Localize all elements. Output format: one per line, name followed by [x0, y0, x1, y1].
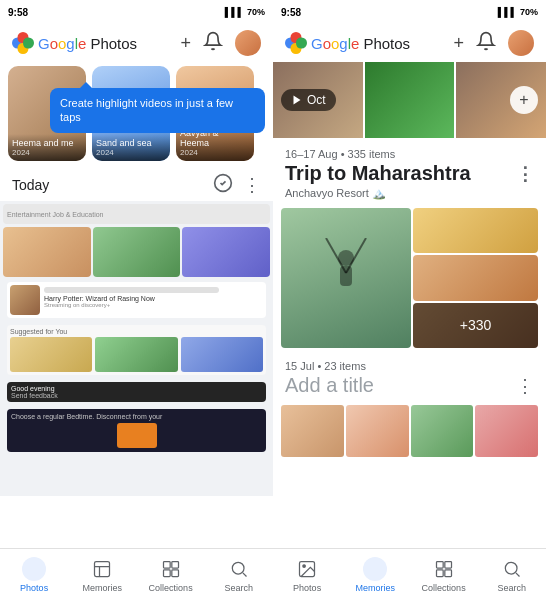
avatar-right[interactable]	[508, 30, 534, 56]
signal-icon-right: ▌▌▌	[498, 7, 517, 17]
collections-nav-icon-right	[432, 557, 456, 581]
collage-main-photo[interactable]	[281, 208, 411, 348]
time-right: 9:58	[281, 7, 301, 18]
bell-icon-left[interactable]	[203, 31, 223, 55]
more-count: +330	[460, 317, 492, 333]
status-time-right: 9:58	[281, 7, 301, 18]
album2-photo-2[interactable]	[346, 405, 409, 457]
nav-label-photos-left: Photos	[20, 583, 48, 593]
add-to-oct-button[interactable]: +	[510, 86, 538, 114]
memories-nav-icon-right	[363, 557, 387, 581]
add-icon-right[interactable]: +	[453, 33, 464, 54]
battery-right: 70%	[520, 7, 538, 17]
check-icon[interactable]	[213, 173, 233, 197]
fake-row-1: Entertainment Job & Education	[3, 204, 270, 224]
nav-label-search-left: Search	[225, 583, 254, 593]
album2-date: 15 Jul • 23 items	[285, 360, 534, 372]
status-icons-left: ▌▌▌ 70%	[225, 7, 265, 17]
svg-rect-19	[436, 569, 443, 576]
nav-label-memories-right: Memories	[356, 583, 396, 593]
album2-title-row: Add a title ⋮	[285, 374, 534, 397]
nav-search-right[interactable]: Search	[478, 553, 546, 597]
fake-thumb	[10, 285, 40, 315]
status-bar-right: 9:58 ▌▌▌ 70%	[273, 0, 546, 24]
album2-title: Add a title	[285, 374, 374, 397]
collections-nav-icon-left	[159, 557, 183, 581]
nav-label-collections-left: Collections	[149, 583, 193, 593]
search-nav-icon-right	[500, 557, 524, 581]
photos-nav-icon	[22, 557, 46, 581]
bottom-nav-right: Photos Memories Collections Search	[273, 548, 546, 600]
album1-more-button[interactable]: ⋮	[516, 163, 534, 185]
svg-rect-11	[340, 266, 352, 286]
fake-block-2: Suggested for You	[7, 325, 266, 375]
top-icons-left: +	[180, 30, 261, 56]
google-photos-icon	[12, 32, 34, 54]
nav-search-left[interactable]: Search	[205, 553, 273, 597]
svg-point-8	[232, 562, 244, 574]
album1-title-row: Trip to Maharashtra ⋮	[285, 162, 534, 185]
today-section-header: Today ⋮	[0, 165, 273, 201]
photos-nav-icon-right	[295, 557, 319, 581]
add-icon-left[interactable]: +	[180, 33, 191, 54]
fake-content-1: Harry Potter: Wizard of Rasing Now Strea…	[7, 282, 266, 318]
collage-side-3-more[interactable]: +330	[413, 303, 538, 348]
tooltip-text: Create highlight videos in just a few ta…	[60, 97, 233, 123]
orange-box	[117, 423, 157, 448]
svg-rect-18	[444, 561, 451, 568]
app-logo-left: Google Photos	[12, 32, 137, 54]
logo-text-left: Google	[38, 35, 86, 52]
bottom-nav-left: Photos Memories Collections Search	[0, 548, 273, 600]
nav-label-photos-right: Photos	[293, 583, 321, 593]
album1-subtitle: Anchavyo Resort 🏔️	[285, 187, 534, 200]
fake-photo-2	[93, 227, 181, 277]
right-phone-screen: 9:58 ▌▌▌ 70% Google Photos +	[273, 0, 546, 600]
battery-left: 70%	[247, 7, 265, 17]
search-nav-icon-left	[227, 557, 251, 581]
app-logo-right: Google Photos	[285, 32, 410, 54]
oct-label: Oct	[307, 93, 326, 107]
album2-photo-1[interactable]	[281, 405, 344, 457]
section-header-icons: ⋮	[213, 173, 261, 197]
dark-content-block: Good evening Send feedback	[7, 382, 266, 402]
logo-text-right: Google	[311, 35, 359, 52]
nav-memories-right[interactable]: Memories	[341, 553, 409, 597]
top-icons-right: +	[453, 30, 534, 56]
photo-feed-area: Entertainment Job & Education Harry Pott…	[0, 201, 273, 496]
album2-photo-3[interactable]	[411, 405, 474, 457]
nav-photos-right[interactable]: Photos	[273, 553, 341, 597]
svg-rect-20	[444, 569, 451, 576]
status-icons-right: ▌▌▌ 70%	[498, 7, 538, 17]
avatar-left[interactable]	[235, 30, 261, 56]
collage-side-photos: +330	[413, 208, 538, 348]
nav-photos-left[interactable]: Photos	[0, 553, 68, 597]
album2-photo-strip	[273, 401, 546, 461]
more-icon-left[interactable]: ⋮	[243, 174, 261, 196]
oct-row: Oct +	[273, 62, 546, 138]
signal-icon: ▌▌▌	[225, 7, 244, 17]
svg-point-21	[505, 562, 517, 574]
album2-photo-4[interactable]	[475, 405, 538, 457]
album2-more-button[interactable]: ⋮	[516, 375, 534, 397]
more-count-overlay: +330	[413, 303, 538, 348]
nav-collections-right[interactable]: Collections	[410, 553, 478, 597]
top-bar-right: Google Photos +	[273, 24, 546, 62]
svg-point-15	[303, 564, 306, 567]
svg-marker-9	[294, 96, 301, 105]
collage-side-1[interactable]	[413, 208, 538, 253]
status-time-left: 9:58	[8, 7, 28, 18]
left-phone-screen: 9:58 ▌▌▌ 70% Google Photos +	[0, 0, 273, 600]
nav-collections-left[interactable]: Collections	[137, 553, 205, 597]
oct-button[interactable]: Oct	[281, 89, 336, 111]
bell-icon-right[interactable]	[476, 31, 496, 55]
nav-memories-left[interactable]: Memories	[68, 553, 136, 597]
oct-photo-middle	[365, 62, 455, 138]
svg-rect-6	[163, 569, 170, 576]
fake-photo-1	[3, 227, 91, 277]
tooltip-bubble: Create highlight videos in just a few ta…	[50, 88, 265, 133]
nav-label-memories-left: Memories	[83, 583, 123, 593]
google-photos-icon-right	[285, 32, 307, 54]
status-bar-left: 9:58 ▌▌▌ 70%	[0, 0, 273, 24]
svg-rect-17	[436, 561, 443, 568]
collage-side-2[interactable]	[413, 255, 538, 300]
